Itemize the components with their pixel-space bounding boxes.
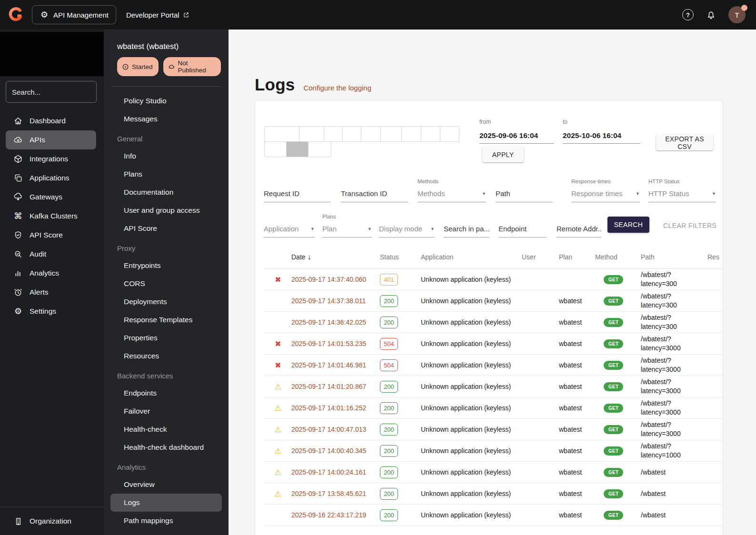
header-date[interactable]: Date [291, 253, 380, 261]
table-row[interactable]: 2025-09-17 14:00:40.345 200 Unknown appl… [265, 440, 723, 462]
sidebar-item[interactable]: Applications [6, 168, 96, 188]
quick-range-button[interactable] [401, 126, 421, 142]
row-date-link[interactable]: 2025-09-17 14:00:47.013 [291, 426, 380, 433]
sidebar-item[interactable]: Integrations [6, 149, 96, 168]
from-date-field[interactable]: from 2025-09-06 16:04 [479, 119, 554, 144]
api-menu-item[interactable]: Health-check dashboard [110, 438, 222, 456]
api-menu-item[interactable]: Plans [110, 165, 222, 183]
sidebar-item[interactable]: Settings [6, 302, 96, 321]
developer-portal-link[interactable]: Developer Portal [126, 11, 189, 19]
sidebar-item[interactable]: APIs [6, 130, 96, 149]
api-menu-item[interactable]: User and group access [110, 201, 222, 219]
filter-field[interactable]: Search in pa... [444, 214, 489, 238]
api-menu-item[interactable]: Health-check [110, 420, 222, 438]
quick-range-button[interactable] [421, 126, 440, 142]
table-row[interactable]: 2025-09-17 13:58:45.621 200 Unknown appl… [265, 483, 723, 505]
quick-range-button[interactable] [264, 141, 287, 157]
table-row[interactable]: 2025-09-17 14:36:42.025 200 Unknown appl… [265, 312, 723, 333]
api-menu-item[interactable]: Policy Studio [110, 92, 222, 110]
api-menu-item[interactable]: CORS [110, 275, 222, 293]
api-menu-item[interactable]: Messages [110, 110, 222, 128]
filter-field[interactable]: Transaction ID [341, 178, 408, 202]
filter-field-value[interactable]: HTTP Status [648, 189, 716, 202]
configure-logging-link[interactable]: Configure the logging [303, 84, 371, 92]
api-menu-item[interactable]: Logs [110, 494, 222, 512]
filter-field-value[interactable]: Methods [418, 189, 486, 202]
app-switcher-button[interactable]: API Management [32, 5, 116, 24]
sidebar-item[interactable]: Analytics [6, 264, 96, 283]
quick-range-button[interactable] [308, 141, 331, 157]
filter-field[interactable]: Path [496, 178, 553, 202]
filter-field-value[interactable]: Display mode [379, 225, 435, 238]
api-menu-item[interactable]: Entrypoints [110, 257, 222, 275]
filter-field[interactable]: Endpoint [498, 214, 546, 238]
filter-field-value[interactable]: Response times [571, 189, 640, 202]
filter-field-value[interactable]: Path [496, 189, 553, 202]
row-date-link[interactable]: 2025-09-17 14:01:20.867 [291, 383, 380, 390]
row-date-link[interactable]: 2025-09-17 14:37:38.011 [291, 297, 380, 305]
api-menu-item[interactable]: API Score [110, 219, 222, 238]
filter-field-value[interactable]: Search in pa... [444, 225, 489, 238]
filter-field[interactable]: Request ID [264, 178, 331, 202]
table-row[interactable]: 2025-09-17 14:37:40.060 401 Unknown appl… [265, 269, 723, 290]
sidebar-item[interactable]: Kafka Clusters [6, 207, 96, 226]
sidebar-item[interactable]: Alerts [6, 283, 96, 302]
row-date-link[interactable]: 2025-09-17 14:36:42.025 [291, 318, 380, 326]
row-date-link[interactable]: 2025-09-17 14:00:40.345 [291, 447, 380, 455]
quick-range-button[interactable] [264, 126, 299, 142]
table-row[interactable]: 2025-09-17 14:00:47.013 200 Unknown appl… [265, 419, 723, 440]
search-input[interactable] [6, 88, 110, 96]
from-value[interactable]: 2025-09-06 16:04 [479, 131, 554, 144]
table-row[interactable]: 2025-09-16 22:43:17.219 200 Unknown appl… [265, 505, 723, 526]
filter-field-value[interactable]: Transaction ID [341, 189, 408, 202]
api-menu-item[interactable]: Path mappings [110, 512, 222, 530]
filter-field[interactable]: Methods Methods [418, 178, 486, 202]
apply-button[interactable]: APPLY [482, 147, 524, 162]
api-menu-item[interactable]: Deployments [110, 293, 222, 311]
quick-range-button[interactable] [440, 126, 459, 142]
api-menu-item[interactable]: Info [110, 147, 222, 165]
quick-range-button[interactable] [324, 126, 343, 142]
sidebar-item[interactable]: Gateways [6, 188, 96, 207]
row-date-link[interactable]: 2025-09-17 14:01:46.981 [291, 361, 380, 369]
row-date-link[interactable]: 2025-09-17 14:37:40.060 [291, 276, 380, 283]
quick-range-button[interactable] [342, 126, 361, 142]
table-row[interactable]: 2025-09-17 14:01:53.235 504 Unknown appl… [265, 333, 723, 355]
sidebar-search[interactable] [6, 81, 97, 103]
row-date-link[interactable]: 2025-09-17 14:01:53.235 [291, 340, 380, 347]
quick-range-button[interactable] [361, 126, 381, 142]
search-button[interactable]: SEARCH [607, 217, 649, 233]
api-menu-item[interactable]: Overview [110, 476, 222, 494]
sidebar-item[interactable]: API Score [6, 226, 96, 245]
clear-filters-button[interactable]: CLEAR FILTERS [663, 222, 716, 229]
quick-range-button[interactable] [286, 141, 308, 157]
user-avatar[interactable]: T [728, 6, 746, 23]
sidebar-item-organization[interactable]: Organization [0, 507, 104, 535]
api-menu-item[interactable]: Endpoints [110, 384, 222, 402]
filter-field-value[interactable]: Request ID [264, 189, 331, 202]
row-date-link[interactable]: 2025-09-17 14:01:16.252 [291, 404, 380, 412]
filter-field-value[interactable]: Endpoint [498, 225, 546, 238]
filter-field[interactable]: HTTP Status HTTP Status [648, 178, 716, 202]
notifications-bell-icon[interactable] [706, 10, 716, 20]
table-row[interactable]: 2025-09-17 14:00:24.161 200 Unknown appl… [265, 462, 723, 483]
help-icon[interactable] [682, 9, 694, 20]
table-row[interactable]: 2025-09-17 14:37:38.011 200 Unknown appl… [265, 290, 723, 312]
filter-field-value[interactable]: Application [264, 225, 315, 238]
quick-range-button[interactable] [299, 126, 324, 142]
export-csv-button[interactable]: EXPORT AS CSV [656, 135, 713, 150]
to-date-field[interactable]: to 2025-10-06 16:04 [563, 119, 640, 144]
row-date-link[interactable]: 2025-09-17 14:00:24.161 [291, 468, 380, 476]
sidebar-item[interactable]: Audit [6, 245, 96, 264]
row-date-link[interactable]: 2025-09-17 13:58:45.621 [291, 490, 380, 497]
filter-field[interactable]: Display mode [379, 214, 435, 238]
api-menu-item[interactable]: Documentation [110, 183, 222, 201]
filter-field[interactable]: Application [264, 214, 315, 238]
table-row[interactable]: 2025-09-17 14:01:46.981 504 Unknown appl… [265, 355, 723, 376]
api-menu-item[interactable]: Properties [110, 329, 222, 347]
table-row[interactable]: 2025-09-17 14:01:16.252 200 Unknown appl… [265, 397, 723, 419]
sidebar-item[interactable]: Dashboard [6, 111, 96, 130]
filter-field-value[interactable]: Remote Addr... [557, 225, 601, 238]
filter-field[interactable]: Remote Addr... [557, 214, 601, 238]
api-menu-item[interactable]: Response Templates [110, 311, 222, 329]
